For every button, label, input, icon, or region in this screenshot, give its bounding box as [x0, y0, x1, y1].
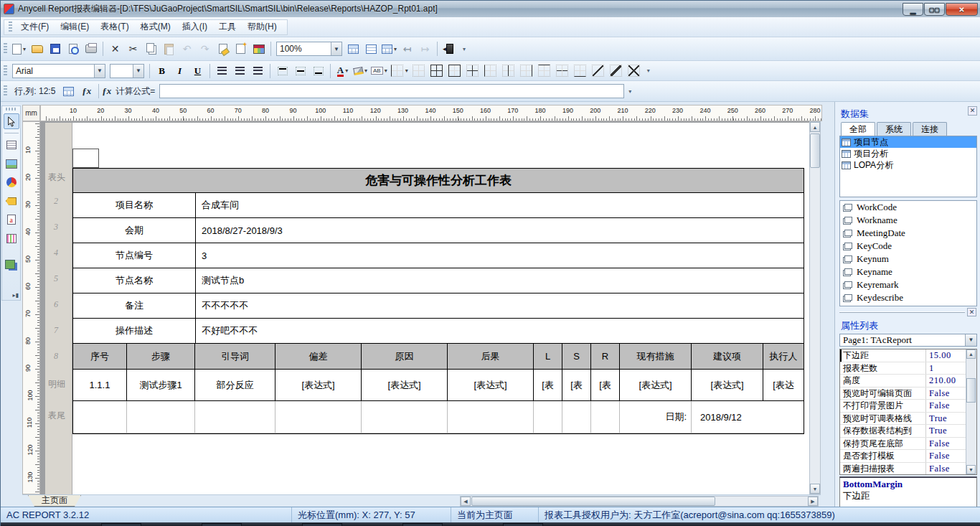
border-diagonal-cross-button[interactable]	[626, 63, 642, 79]
grid-header-cell[interactable]: L	[534, 344, 562, 369]
dataset-tab[interactable]: 系统	[877, 122, 911, 136]
scroll-up-button[interactable]: ▲	[810, 122, 820, 132]
save-button[interactable]	[47, 41, 63, 57]
horizontal-ruler[interactable]: 1020304050607080901001101201301401501601…	[40, 105, 822, 121]
fill-color-button[interactable]: ▾	[352, 63, 369, 79]
cell-marker[interactable]	[72, 149, 99, 168]
property-grid[interactable]: 下边距 15.00 报表栏数 1 高度 210.00	[839, 349, 977, 475]
report-properties-button[interactable]	[232, 41, 249, 57]
field-item[interactable]: Keyremark	[840, 278, 976, 291]
object-selector-combobox[interactable]: Page1: TAcReport ▼	[839, 334, 977, 347]
field-item[interactable]: Keyname	[840, 266, 976, 278]
vertical-ruler[interactable]: 102030405060708090100110120130	[22, 121, 40, 494]
underline-button[interactable]: U	[189, 63, 206, 79]
richtext-tool-button[interactable]	[4, 212, 19, 227]
info-value-cell[interactable]: 不好吧不不不	[195, 319, 804, 343]
field-item[interactable]: MeetingDate	[840, 227, 976, 240]
report-title-cell[interactable]: 危害与可操作性分析工作表	[73, 169, 804, 193]
property-row[interactable]: 两遍扫描报表 False	[840, 463, 966, 476]
grid-data-cell[interactable]: [表达式]	[620, 370, 692, 400]
property-value[interactable]: 15.00	[926, 349, 966, 362]
property-value[interactable]: False	[926, 450, 966, 462]
chart-tool-button[interactable]	[4, 174, 19, 190]
panel-close-button[interactable]: ✕	[968, 106, 977, 116]
grid-header-cell[interactable]: 现有措施	[620, 344, 692, 369]
barcode-tool-button[interactable]	[4, 193, 19, 209]
border-diagonal-down-button[interactable]	[590, 63, 606, 79]
font-name-combobox[interactable]: Arial ▼	[12, 64, 105, 78]
align-center-button[interactable]	[232, 63, 248, 79]
property-row[interactable]: 不打印背景图片 False	[840, 400, 966, 413]
property-value[interactable]: True	[926, 425, 966, 437]
function-button[interactable]: ƒx	[78, 83, 95, 99]
exit-button[interactable]	[441, 41, 458, 57]
grid-header-cell[interactable]: 引导词	[195, 344, 275, 369]
date-label-cell[interactable]: 日期:	[620, 401, 692, 433]
scroll-up-button[interactable]: ▲	[966, 349, 976, 359]
palette-expander[interactable]: ▸▮	[11, 291, 20, 300]
border-none-button[interactable]	[410, 63, 427, 79]
property-row[interactable]: 保存数据表结构到 True	[840, 425, 966, 438]
info-value-cell[interactable]: 3	[195, 243, 804, 268]
zoom-combobox[interactable]: 100% ▼	[276, 42, 342, 56]
edit-expression-button[interactable]	[215, 41, 231, 57]
toolbar-overflow-button[interactable]: ▾	[644, 63, 653, 79]
footer-cell[interactable]	[591, 401, 620, 433]
property-row[interactable]: 预览时可调表格线 True	[840, 413, 966, 426]
grid-header-cell[interactable]: 执行人	[763, 344, 804, 369]
border-style-dropdown[interactable]: ▾	[390, 63, 409, 79]
report-table[interactable]: 危害与可操作性分析工作表 项目名称 合成车间 会期 2018/8/27-2018…	[72, 168, 804, 434]
menu-item[interactable]: 编辑(E)	[55, 19, 95, 34]
show-grid-button[interactable]	[345, 41, 362, 57]
menu-item[interactable]: 工具	[213, 19, 242, 34]
scrollbar-thumb[interactable]	[810, 133, 820, 168]
dataset-item[interactable]: 项目节点	[840, 136, 976, 148]
dataset-tab[interactable]: 全部	[841, 122, 875, 136]
field-list[interactable]: WorkCode Workname MeetingDate Ke	[839, 200, 977, 306]
grid-data-cell[interactable]: [表达	[763, 370, 804, 400]
property-value[interactable]: False	[926, 388, 966, 400]
property-value[interactable]: 210.00	[926, 375, 966, 387]
property-row[interactable]: 预览时可编辑页面 False	[840, 388, 966, 400]
menu-item[interactable]: 格式(M)	[135, 19, 176, 34]
footer-cell[interactable]	[127, 401, 195, 433]
property-value[interactable]: False	[926, 463, 966, 475]
horizontal-scrollbar[interactable]: ◀ ▶	[460, 496, 819, 507]
shift-right-button[interactable]: ↦	[417, 41, 433, 57]
band-rows-button[interactable]	[363, 41, 380, 57]
info-label-cell[interactable]: 操作描述	[73, 319, 195, 343]
border-inner-button[interactable]	[464, 63, 481, 79]
grid-data-cell[interactable]: [表达式]	[362, 370, 448, 400]
dataset-item[interactable]: LOPA分析	[840, 159, 976, 171]
info-value-cell[interactable]: 合成车间	[195, 193, 804, 217]
scroll-down-button[interactable]: ▼	[810, 484, 820, 494]
print-button[interactable]	[83, 41, 99, 57]
delete-button[interactable]: ✕	[107, 41, 123, 57]
chevron-down-icon[interactable]: ▼	[94, 65, 105, 78]
cut-button[interactable]: ✂	[125, 41, 141, 57]
footer-cell[interactable]	[562, 401, 591, 433]
info-label-cell[interactable]: 项目名称	[73, 193, 195, 217]
label-tool-button[interactable]	[4, 137, 19, 153]
border-top-button[interactable]	[536, 63, 552, 79]
grid-header-cell[interactable]: R	[591, 344, 620, 369]
property-row[interactable]: 报表栏数 1	[840, 362, 966, 375]
field-item[interactable]: Keynum	[840, 253, 976, 266]
grid-data-cell[interactable]: [表达式]	[692, 370, 763, 400]
panel-close-button[interactable]: ✕	[967, 308, 976, 316]
property-row[interactable]: 保持页尾在底部 False	[840, 438, 966, 451]
design-canvas[interactable]: 表头 明细 表尾 2345678 危害与可操作性分析工作表 项目名称 合成车间	[40, 121, 809, 494]
property-grid-scrollbar[interactable]: ▲ ▼	[966, 349, 976, 474]
property-row[interactable]: 高度 210.00	[840, 375, 966, 388]
date-value-cell[interactable]: 2018/9/12	[692, 401, 804, 433]
info-label-cell[interactable]: 节点名称	[73, 268, 195, 293]
bold-button[interactable]: B	[154, 63, 170, 79]
table-style-button[interactable]	[250, 41, 267, 57]
scrollbar-thumb[interactable]	[966, 378, 976, 403]
restore-button[interactable]: ▢▢	[924, 3, 945, 16]
formula-input[interactable]	[159, 84, 624, 98]
footer-cell[interactable]	[362, 401, 448, 433]
font-color-button[interactable]: A▾	[334, 63, 351, 79]
menu-item[interactable]: 表格(T)	[95, 19, 134, 34]
new-button[interactable]: ▾	[11, 41, 27, 57]
